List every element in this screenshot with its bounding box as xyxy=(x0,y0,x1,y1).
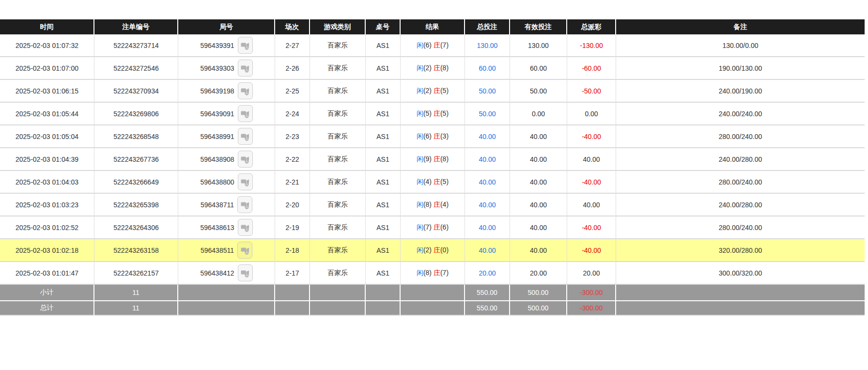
cell-round-number: 596439198 xyxy=(178,80,275,103)
video-replay-button[interactable] xyxy=(238,37,253,54)
video-replay-button[interactable] xyxy=(238,82,253,99)
cell-valid-bet: 40.00 xyxy=(510,216,567,239)
cell-session: 2-24 xyxy=(275,103,310,125)
video-replay-button[interactable] xyxy=(238,219,253,236)
table-row[interactable]: 2025-02-03 01:05:04522243268548596438991… xyxy=(0,125,865,148)
cell-game-type: 百家乐 xyxy=(310,80,366,103)
cell-bet-number: 522243263158 xyxy=(94,239,178,262)
cell-payout: 0.00 xyxy=(567,103,616,125)
table-row[interactable]: 2025-02-03 01:02:18522243263158596438511… xyxy=(0,239,865,262)
video-replay-button[interactable] xyxy=(238,60,253,77)
cell-bet-number: 522243266649 xyxy=(94,171,178,194)
cell-result: 闲(2) 庄(0) xyxy=(401,239,465,262)
footer-round-empty xyxy=(178,285,275,300)
cell-bet-number: 522243262157 xyxy=(94,262,178,285)
cell-payout: 20.00 xyxy=(567,262,616,285)
footer-game-empty xyxy=(310,285,366,300)
cell-total-bet: 40.00 xyxy=(465,171,510,194)
footer-session-empty xyxy=(275,285,310,300)
cell-payout: -60.00 xyxy=(567,57,616,80)
video-clip-icon xyxy=(240,109,250,119)
footer-payout: -300.00 xyxy=(567,285,616,300)
cell-valid-bet: 0.00 xyxy=(510,103,567,125)
cell-bet-number: 522243265398 xyxy=(94,194,178,216)
cell-time: 2025-02-03 01:04:39 xyxy=(0,148,94,171)
video-replay-button[interactable] xyxy=(237,242,252,259)
video-clip-icon xyxy=(240,246,250,255)
col-header-game: 游戏类别 xyxy=(310,19,366,34)
result-player-label: 闲 xyxy=(417,155,423,163)
table-row[interactable]: 2025-02-03 01:05:44522243269806596439091… xyxy=(0,103,865,125)
result-banker-score: (5) xyxy=(440,178,449,185)
cell-payout: -130.00 xyxy=(567,34,616,57)
cell-session: 2-22 xyxy=(275,148,310,171)
cell-valid-bet: 40.00 xyxy=(510,194,567,216)
col-header-round-no: 局号 xyxy=(178,19,275,34)
cell-session: 2-19 xyxy=(275,216,310,239)
cell-game-type: 百家乐 xyxy=(310,239,366,262)
table-row[interactable]: 2025-02-03 01:06:15522243270934596439198… xyxy=(0,80,865,103)
cell-time: 2025-02-03 01:07:00 xyxy=(0,57,94,80)
cell-game-type: 百家乐 xyxy=(310,194,366,216)
footer-label: 小计 xyxy=(0,285,94,300)
video-replay-button[interactable] xyxy=(238,128,253,145)
cell-payout: -40.00 xyxy=(567,125,616,148)
table-row[interactable]: 2025-02-03 01:04:03522243266649596438800… xyxy=(0,171,865,194)
result-player-label: 闲 xyxy=(417,87,423,94)
footer-remark-empty xyxy=(616,285,865,300)
footer-total-bet: 550.00 xyxy=(465,285,510,300)
cell-game-type: 百家乐 xyxy=(310,171,366,194)
cell-result: 闲(8) 庄(7) xyxy=(401,262,465,285)
cell-total-bet: 40.00 xyxy=(465,125,510,148)
footer-label: 总计 xyxy=(0,300,94,316)
table-row[interactable]: 2025-02-03 01:01:47522243262157596438412… xyxy=(0,262,865,285)
round-number-group: 596439198 xyxy=(200,82,252,99)
cell-session: 2-26 xyxy=(275,57,310,80)
table-row[interactable]: 2025-02-03 01:03:23522243265398596438711… xyxy=(0,194,865,216)
video-replay-button[interactable] xyxy=(238,173,253,190)
footer-game-empty xyxy=(310,300,366,316)
round-number-value: 596438991 xyxy=(200,133,234,140)
video-replay-button[interactable] xyxy=(237,196,252,213)
footer-result-empty xyxy=(401,285,465,300)
cell-session: 2-25 xyxy=(275,80,310,103)
table-row[interactable]: 2025-02-03 01:07:32522243273714596439391… xyxy=(0,34,865,57)
video-replay-button[interactable] xyxy=(238,151,253,168)
table-row[interactable]: 2025-02-03 01:04:39522243267736596438908… xyxy=(0,148,865,171)
table-row[interactable]: 2025-02-03 01:02:52522243264306596438613… xyxy=(0,216,865,239)
table-row[interactable]: 2025-02-03 01:07:00522243272546596439303… xyxy=(0,57,865,80)
result-player-score: (2) xyxy=(423,64,432,72)
col-header-payout: 总派彩 xyxy=(567,19,616,34)
cell-table-number: AS1 xyxy=(366,194,401,216)
cell-game-type: 百家乐 xyxy=(310,103,366,125)
cell-round-number: 596439091 xyxy=(178,103,275,125)
cell-session: 2-21 xyxy=(275,171,310,194)
round-number-group: 596438613 xyxy=(200,219,252,236)
footer-session-empty xyxy=(275,300,310,316)
cell-session: 2-18 xyxy=(275,239,310,262)
footer-round-empty xyxy=(178,300,275,316)
cell-time: 2025-02-03 01:04:03 xyxy=(0,171,94,194)
subtotal-row: 小计11550.00500.00-300.00 xyxy=(0,285,865,300)
cell-bet-number: 522243269806 xyxy=(94,103,178,125)
result-player-score: (2) xyxy=(423,87,432,94)
video-clip-icon xyxy=(240,41,250,50)
video-replay-button[interactable] xyxy=(238,264,253,281)
cell-total-bet: 130.00 xyxy=(465,34,510,57)
cell-remark: 240.00/280.00 xyxy=(616,194,865,216)
cell-round-number: 596438908 xyxy=(178,148,275,171)
cell-table-number: AS1 xyxy=(366,216,401,239)
cell-time: 2025-02-03 01:02:18 xyxy=(0,239,94,262)
cell-bet-number: 522243268548 xyxy=(94,125,178,148)
result-banker-score: (7) xyxy=(440,41,449,49)
cell-table-number: AS1 xyxy=(366,148,401,171)
cell-remark: 240.00/280.00 xyxy=(616,148,865,171)
cell-table-number: AS1 xyxy=(366,57,401,80)
table-header: 时间 注单编号 局号 场次 游戏类别 桌号 结果 总投注 有效投注 总派彩 备注 xyxy=(0,19,865,34)
cell-remark: 240.00/190.00 xyxy=(616,80,865,103)
video-clip-icon xyxy=(240,154,250,164)
cell-valid-bet: 60.00 xyxy=(510,57,567,80)
result-player-label: 闲 xyxy=(417,41,423,49)
video-replay-button[interactable] xyxy=(238,105,253,122)
result-player-label: 闲 xyxy=(417,64,423,72)
